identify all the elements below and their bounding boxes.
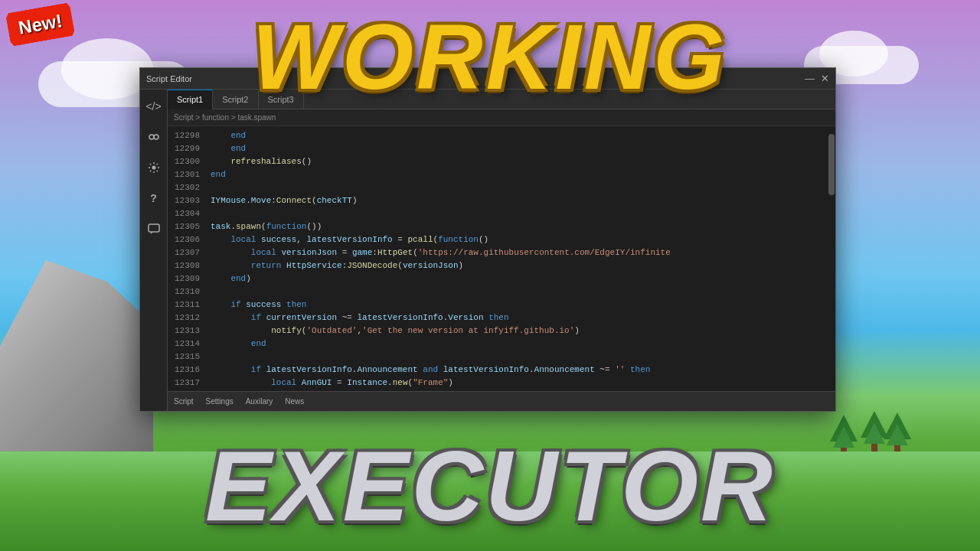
breadcrumb: Script > function > task.spawn — [168, 109, 835, 126]
code-line-12309: end) — [211, 272, 822, 285]
code-content[interactable]: end end refreshaliases() end IYMouse.Mov… — [204, 126, 828, 391]
bottom-btn-auxilary[interactable]: Auxilary — [246, 397, 273, 406]
code-line-12304 — [211, 207, 822, 220]
sidebar-icon-code[interactable]: </> — [143, 96, 165, 117]
sidebar-icon-settings[interactable] — [143, 157, 165, 178]
scrollbar-thumb[interactable] — [828, 134, 835, 195]
close-button[interactable]: ✕ — [821, 73, 829, 84]
code-line-12318: local background = Instance.new("Frame") — [211, 390, 822, 391]
bottom-toolbar: Script Settings Auxilary News — [168, 391, 835, 411]
code-line-12316: if latestVersionInfo.Announcement and la… — [211, 364, 822, 377]
code-line-12307: local versionJson = game:HttpGet('https:… — [211, 246, 822, 259]
line-numbers: 12298 12299 12300 12301 12302 12303 1230… — [168, 126, 204, 391]
tab-script1[interactable]: Script1 — [168, 90, 213, 109]
svg-point-3 — [152, 166, 155, 170]
editor-title-text: Script Editor — [146, 74, 192, 83]
bottom-btn-settings[interactable]: Settings — [206, 397, 234, 406]
code-area[interactable]: 12298 12299 12300 12301 12302 12303 1230… — [168, 126, 835, 391]
code-line-12306: local success, latestVersionInfo = pcall… — [211, 233, 822, 246]
code-line-12308: return HttpService:JSONDecode(versionJso… — [211, 259, 822, 272]
titlebar-left: Script Editor — [146, 74, 192, 83]
sidebar-icon-help[interactable]: ? — [143, 187, 165, 209]
sidebar-icon-link[interactable] — [143, 126, 165, 148]
code-line-12299: end — [211, 142, 822, 155]
code-line-12301: end — [211, 168, 822, 181]
titlebar-buttons: — ✕ — [805, 73, 829, 84]
code-line-12312: if currentVersion ~= latestVersionInfo.V… — [211, 311, 822, 324]
sidebar: </> ? — [140, 90, 168, 411]
code-line-12311: if success then — [211, 298, 822, 311]
code-line-12313: notify('Outdated','Get the new version a… — [211, 324, 822, 337]
minimize-button[interactable]: — — [805, 73, 815, 84]
code-line-12315 — [211, 350, 822, 364]
scrollbar[interactable] — [828, 126, 835, 391]
code-line-12310 — [211, 285, 822, 298]
cliff-left — [0, 260, 153, 474]
editor-body: </> ? — [140, 90, 835, 411]
code-line-12298: end — [211, 129, 822, 142]
code-line-12314: end — [211, 337, 822, 350]
code-line-12303: IYMouse.Move:Connect(checkTT) — [211, 194, 822, 207]
code-line-12300: refreshaliases() — [211, 155, 822, 168]
code-line-12317: local AnnGUI = Instance.new("Frame") — [211, 377, 822, 390]
bottom-btn-news[interactable]: News — [285, 397, 304, 406]
sidebar-icon-chat[interactable] — [143, 218, 165, 240]
editor-window: Script Editor — ✕ </> — [139, 67, 836, 412]
svg-rect-4 — [149, 224, 159, 232]
bottom-btn-script[interactable]: Script — [174, 397, 194, 406]
editor-main: Script1 Script2 Script3 Script > functio… — [168, 90, 835, 411]
title-working: WORKING — [252, 4, 727, 109]
code-line-12305: task.spawn(function()) — [211, 220, 822, 233]
title-executor: EXECUTOR — [205, 429, 775, 543]
code-line-12302 — [211, 181, 822, 194]
